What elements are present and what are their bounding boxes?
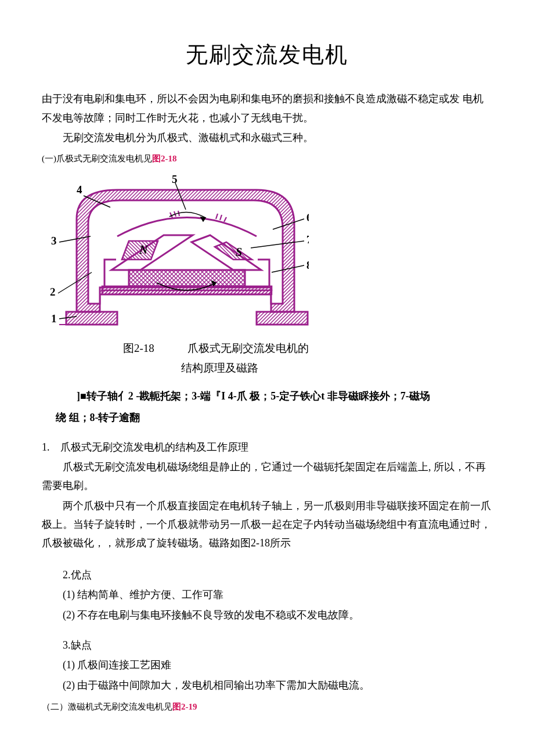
- figure-label-3: 3: [51, 235, 57, 247]
- disadvantage-1: (1) 爪极间连接工艺困难: [63, 656, 492, 674]
- figure-label-1: 1: [51, 312, 57, 325]
- figure-label-2: 2: [50, 286, 56, 298]
- figure-legend-line1: ]■转子轴亻2 -戡軛托架；3-端『I 4-爪 极；5-定子铁心t 非导磁睬接外…: [42, 386, 492, 406]
- figure-label-S: S: [236, 246, 242, 258]
- figure-2-18-svg: N S 1 2 3 4 5 6 7 8: [42, 172, 309, 335]
- figure-label-8: 8: [306, 259, 309, 271]
- advantages-heading: 2.优点: [63, 566, 492, 584]
- svg-rect-0: [129, 270, 245, 286]
- intro-paragraph-1: 由于没有电刷和集电环，所以不会因为电刷和集电环的磨损和接触不良造成激磁不稳定或发…: [42, 89, 492, 127]
- disadvantages-heading: 3.缺点: [63, 636, 492, 654]
- advantage-2: (2) 不存在电刷与集电环接触不良导致的发电不稳或不发电故障。: [63, 606, 492, 624]
- body-paragraph-4: 两个爪极中只有一个爪极直接固定在电机转子轴上，另一爪极则用非导磁联接环固定在前一…: [42, 496, 492, 553]
- svg-rect-3: [66, 312, 117, 325]
- svg-rect-2: [102, 290, 272, 294]
- figure-caption-line2: 结构原理及磁路: [42, 358, 492, 378]
- disadvantages-block: 3.缺点 (1) 爪极间连接工艺困难 (2) 由于磁路中间隙加大，发电机相同输出…: [42, 636, 492, 694]
- section-1-heading: (一)爪极式无刷交流发电机见图2-18: [42, 151, 492, 167]
- figure-legend-line2: 绕 组；8-转子逾翻: [42, 408, 492, 427]
- advantages-block: 2.优点 (1) 结构简单、维护方便、工作可靠 (2) 不存在电刷与集电环接触不…: [42, 566, 492, 624]
- disadvantage-2: (2) 由于磁路中间隙加大，发电机相同输出功率下需加大励磁电流。: [63, 676, 492, 694]
- figure-ref-2-18: 图2-18: [152, 154, 177, 163]
- figure-caption-main: 爪极式无刷交流发电机的: [187, 342, 309, 354]
- subsection-1-heading: 1. 爪极式无刷交流发电机的结构及工作原理: [42, 438, 492, 456]
- svg-rect-4: [257, 312, 308, 325]
- figure-label-6: 6: [306, 211, 309, 224]
- document-title: 无刷交流发电机: [42, 35, 492, 74]
- figure-caption-line1: 图2-18 爪极式无刷交流发电机的: [42, 339, 492, 358]
- body-paragraph-3: 爪极式无刷交流发电机磁场绕组是静止的，它通过一个磁轭托架固定在后端盖上, 所以，…: [42, 458, 492, 495]
- figure-caption-prefix: 图2-18: [123, 342, 154, 354]
- advantage-1: (1) 结构简单、维护方便、工作可靠: [63, 585, 492, 604]
- intro-paragraph-2: 无刷交流发电机分为爪极式、激磁机式和永磁式三种。: [42, 128, 492, 147]
- figure-2-18: N S 1 2 3 4 5 6 7 8: [42, 172, 309, 335]
- figure-label-5: 5: [172, 173, 178, 185]
- section-1-prefix: (一)爪极式无刷交流发电机见: [42, 154, 152, 163]
- section-2-prefix: （二）激磁机式无刷交流发电机见: [42, 702, 172, 711]
- figure-label-7: 7: [306, 233, 309, 246]
- section-2-heading: （二）激磁机式无刷交流发电机见图2-19: [42, 699, 492, 715]
- figure-ref-2-19: 图2-19: [172, 702, 197, 711]
- figure-label-N: N: [139, 243, 149, 256]
- figure-label-4: 4: [77, 183, 82, 196]
